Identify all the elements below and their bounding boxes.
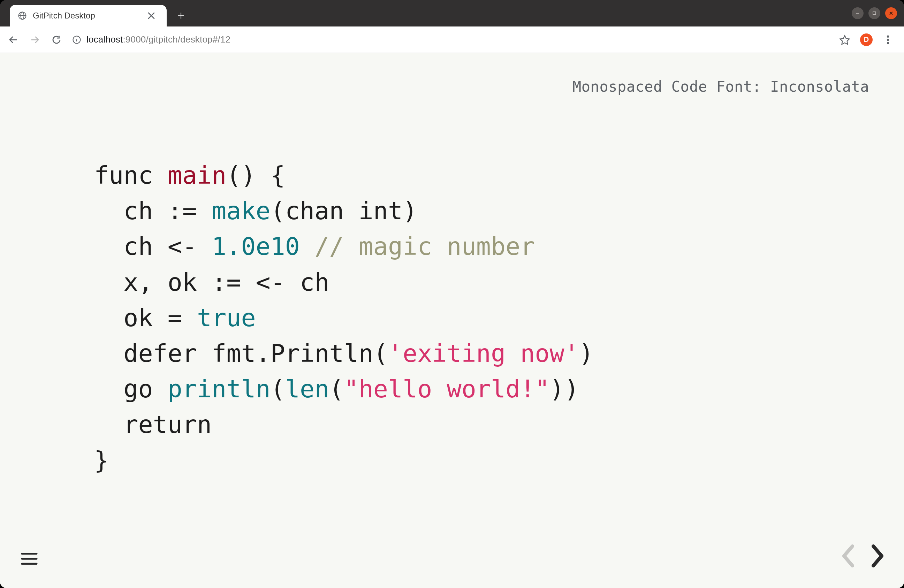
code-token (300, 232, 315, 261)
code-token: ) (579, 339, 594, 368)
address-bar: localhost:9000/gitpitch/desktop#/12 D (0, 27, 904, 53)
previous-slide-button[interactable] (838, 544, 858, 570)
next-slide-button[interactable] (868, 544, 887, 570)
new-tab-button[interactable] (173, 8, 189, 24)
forward-button[interactable] (25, 30, 44, 49)
profile-avatar[interactable]: D (860, 33, 872, 46)
code-token: ok = (94, 303, 197, 332)
browser-menu-button[interactable] (878, 30, 898, 49)
code-token: ch := (94, 197, 212, 225)
svg-point-18 (887, 39, 889, 40)
window-minimize-button[interactable] (852, 7, 864, 19)
code-token: func (94, 161, 153, 190)
code-token: ( (329, 375, 344, 403)
site-info-icon[interactable] (72, 35, 82, 44)
bookmark-star-button[interactable] (835, 30, 855, 49)
code-token: ( (270, 375, 285, 403)
svg-marker-16 (840, 36, 850, 44)
svg-rect-8 (873, 12, 876, 15)
slide-menu-button[interactable] (21, 552, 38, 567)
code-token: } (94, 446, 109, 475)
slide-navigation (838, 544, 887, 570)
code-token: )) (550, 375, 579, 403)
code-block: func main() { ch := make(chan int) ch <-… (94, 158, 594, 478)
close-tab-button[interactable] (146, 11, 156, 21)
code-token: len (285, 375, 329, 403)
svg-point-19 (887, 42, 889, 44)
code-token: make (212, 197, 270, 225)
code-token: () { (226, 161, 285, 190)
tab-title: GitPitch Desktop (33, 11, 141, 21)
url-text: localhost:9000/gitpitch/desktop#/12 (87, 34, 231, 45)
code-token: defer fmt.Println( (94, 339, 388, 368)
code-token: 'exiting now' (388, 339, 579, 368)
code-token: x, ok := <- ch (94, 268, 329, 297)
code-token: println (168, 375, 270, 403)
window-close-button[interactable] (885, 7, 897, 19)
code-token: (chan int) (270, 197, 417, 225)
code-token (153, 161, 168, 190)
url-host: localhost (87, 34, 123, 44)
code-token: go (94, 375, 168, 403)
svg-point-17 (887, 36, 889, 37)
reload-button[interactable] (47, 30, 66, 49)
slide-content: Monospaced Code Font: Inconsolata func m… (0, 53, 904, 588)
code-token: // magic number (315, 232, 535, 261)
slide-heading: Monospaced Code Font: Inconsolata (572, 78, 869, 95)
code-token: main (168, 161, 227, 190)
url-path: :9000/gitpitch/desktop#/12 (123, 34, 231, 44)
code-token: 1.0e10 (212, 232, 300, 261)
browser-window: GitPitch Desktop (0, 0, 904, 588)
code-token: ch <- (94, 232, 212, 261)
browser-tab[interactable]: GitPitch Desktop (10, 5, 167, 27)
window-maximize-button[interactable] (868, 7, 880, 19)
globe-icon (17, 11, 27, 21)
url-bar[interactable]: localhost:9000/gitpitch/desktop#/12 (68, 30, 833, 49)
window-controls (852, 7, 897, 19)
back-button[interactable] (3, 30, 23, 49)
code-token: "hello world!" (344, 375, 550, 403)
title-bar: GitPitch Desktop (0, 0, 904, 27)
code-token: return (94, 410, 212, 439)
code-token: true (197, 303, 256, 332)
